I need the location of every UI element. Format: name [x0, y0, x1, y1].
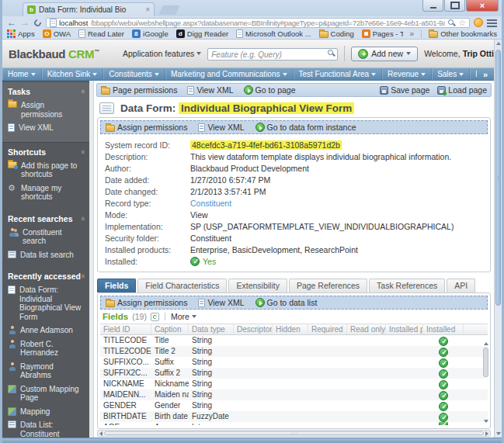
browser-vertical-scrollbar[interactable]: [494, 40, 502, 438]
tab-fields[interactable]: Fields: [97, 279, 136, 292]
bookmark-digg-reader[interactable]: Digg Reader: [176, 29, 228, 38]
bookmark-coding[interactable]: Coding: [319, 29, 354, 38]
feature-search-input[interactable]: [207, 48, 338, 61]
nav-item-events[interactable]: Events: [470, 68, 477, 80]
table-row-suffixco[interactable]: SUFFIXCO...SuffixString: [100, 357, 488, 368]
sidebar-item-assign-permissions[interactable]: Assign permissions: [2, 99, 89, 121]
sidebar-item-data-form-individual-biographical-view-form[interactable]: Data Form: Individual Biographical View …: [2, 283, 89, 324]
search-icon[interactable]: [327, 49, 335, 57]
scroll-right-icon[interactable]: [485, 431, 488, 436]
view-xml-link[interactable]: View XML: [187, 85, 233, 95]
url-magnifier-icon[interactable]: [447, 19, 456, 27]
close-button[interactable]: ×: [466, 0, 499, 12]
view-xml-link[interactable]: View XML: [198, 298, 244, 307]
window-titlebar[interactable]: Data Form: Individual Bio × ×: [2, 0, 502, 16]
maximize-button[interactable]: [444, 0, 465, 12]
column-header-read-only[interactable]: Read only: [347, 324, 386, 334]
grid-scroll-down-icon[interactable]: [483, 417, 488, 425]
grid-scroll-up-icon[interactable]: [483, 340, 488, 348]
table-row-suffix2c[interactable]: SUFFIX2C...Suffix 2String: [100, 368, 488, 379]
bookmark-star-icon[interactable]: ☆: [458, 18, 466, 28]
application-features-button[interactable]: Application features: [123, 49, 201, 58]
nav-item-revenue[interactable]: Revenue: [382, 68, 432, 80]
scroll-down-icon[interactable]: [495, 430, 502, 438]
column-header-descriptor[interactable]: Descriptor: [234, 324, 273, 334]
table-row-gender[interactable]: GENDERGenderString: [100, 400, 488, 411]
scroll-left-icon[interactable]: [99, 431, 103, 436]
assign-permissions-link[interactable]: Assign permissions: [106, 123, 187, 132]
url-box[interactable]: localhost /bbappfx/webui/webshellpage.as…: [46, 18, 470, 28]
nav-item-kitchen-sink[interactable]: Kitchen Sink: [42, 68, 104, 80]
bookmark-read-later[interactable]: Read Later: [78, 29, 124, 38]
column-header-caption[interactable]: Caption: [151, 324, 189, 334]
bookmark-microsoft-outlook[interactable]: Microsoft Outlook ...: [236, 29, 311, 38]
collapse-icon[interactable]: «: [78, 89, 86, 93]
page-permissions-link[interactable]: Page permissions: [101, 85, 177, 95]
user-menu[interactable]: Welcome, Trip Ottinger: [424, 49, 504, 58]
go-to-data-list-link[interactable]: Go to data list: [255, 298, 318, 307]
go-to-data-form-instance-link[interactable]: Go to data form instance: [255, 123, 356, 132]
collapse-icon[interactable]: «: [78, 274, 86, 278]
column-header-required[interactable]: Required: [308, 324, 347, 334]
browser-tab[interactable]: Data Form: Individual Bio ×: [23, 2, 155, 16]
new-tab-button[interactable]: [158, 5, 180, 15]
view-xml-link[interactable]: View XML: [198, 123, 244, 132]
tab-field-characteristics[interactable]: Field Characteristics: [137, 279, 227, 292]
tab-api[interactable]: API: [447, 279, 475, 292]
column-header-data-type[interactable]: Data type: [189, 324, 234, 334]
column-header-field-id[interactable]: Field ID: [100, 324, 151, 334]
nav-overflow-button[interactable]: »: [477, 70, 494, 79]
nav-item-constituents[interactable]: Constituents: [103, 68, 165, 80]
more-button[interactable]: More: [171, 312, 196, 321]
table-row-age[interactable]: AGEAgeInteger: [100, 422, 488, 425]
chrome-menu-icon[interactable]: [487, 19, 497, 27]
nav-item-test-functional-area[interactable]: Test Functional Area: [294, 68, 383, 80]
forward-button[interactable]: →: [20, 17, 30, 28]
tab-page-references[interactable]: Page References: [289, 279, 367, 292]
horizontal-scroll-thumb[interactable]: [104, 431, 484, 435]
grid-scroll-thumb[interactable]: [483, 348, 488, 377]
bookmark-owa[interactable]: OWA: [43, 29, 71, 38]
extension-icon[interactable]: [474, 18, 483, 27]
sidebar-item-view-xml[interactable]: View XML: [2, 121, 89, 135]
sidebar-item-raymond-abrahms[interactable]: Raymond Abrahms: [2, 360, 89, 382]
column-header-installed-p[interactable]: Installed p...: [386, 324, 423, 334]
assign-permissions-link[interactable]: Assign permissions: [106, 298, 187, 307]
table-row-titlecode[interactable]: TITLECODETitleString: [100, 335, 488, 346]
collapse-icon[interactable]: «: [78, 150, 86, 154]
grid-vertical-scrollbar[interactable]: [483, 340, 488, 425]
sidebar-item-manage-my-shortcuts[interactable]: Manage my shortcuts: [2, 182, 89, 204]
back-button[interactable]: ←: [7, 17, 16, 28]
horizontal-scrollbar[interactable]: [97, 430, 491, 437]
table-row-title2code[interactable]: TITLE2CODETitle 2String: [100, 346, 488, 357]
tab-extensibility[interactable]: Extensibility: [228, 279, 287, 292]
bookmark-igoogle[interactable]: iGoogle: [132, 29, 169, 38]
table-row-nickname[interactable]: NICKNAMENicknameString: [100, 379, 488, 389]
scroll-up-icon[interactable]: [495, 40, 502, 47]
sidebar-item-robert-c-hernandez[interactable]: Robert C. Hernandez: [2, 337, 89, 360]
sidebar-item-constituent-search[interactable]: Constituent search: [2, 226, 89, 248]
tab-task-references[interactable]: Task References: [369, 279, 445, 292]
bookmark-apps[interactable]: Apps: [7, 29, 35, 38]
load-page-link[interactable]: Load page: [437, 85, 487, 95]
sidebar-item-add-this-page-to-shortcuts[interactable]: Add this page to shortcuts: [2, 159, 89, 182]
vertical-scroll-thumb[interactable]: [495, 50, 501, 306]
tab-close-icon[interactable]: ×: [145, 5, 150, 14]
add-new-button[interactable]: Add new: [351, 47, 418, 61]
sidebar-item-custom-mapping-page[interactable]: Custom Mapping Page: [2, 382, 89, 405]
other-bookmarks-button[interactable]: Other bookmarks: [429, 29, 497, 38]
table-row-maidenn[interactable]: MAIDENN...Maiden na...String: [100, 389, 488, 400]
property-value[interactable]: Constituent: [190, 199, 231, 208]
table-row-birthdate[interactable]: BIRTHDATEBirth dateFuzzyDate: [100, 411, 488, 422]
reload-button[interactable]: [33, 19, 42, 27]
minimize-button[interactable]: [422, 0, 443, 12]
sidebar-item-mapping[interactable]: Mapping: [2, 405, 89, 419]
refresh-icon[interactable]: [151, 313, 159, 321]
column-header-installed[interactable]: Installed: [423, 324, 464, 334]
column-header-hidden[interactable]: Hidden: [273, 324, 308, 334]
sidebar-item-data-list-search[interactable]: Data list search: [2, 248, 89, 262]
bookmark-pages-training[interactable]: Pages - Training: [362, 29, 403, 38]
sidebar-item-data-list-constituent-proximity-radius-list[interactable]: Data List: Constituent Proximity Radius …: [2, 418, 89, 438]
nav-item-marketing-and-communications[interactable]: Marketing and Communications: [165, 68, 294, 80]
save-page-link[interactable]: Save page: [380, 85, 429, 95]
